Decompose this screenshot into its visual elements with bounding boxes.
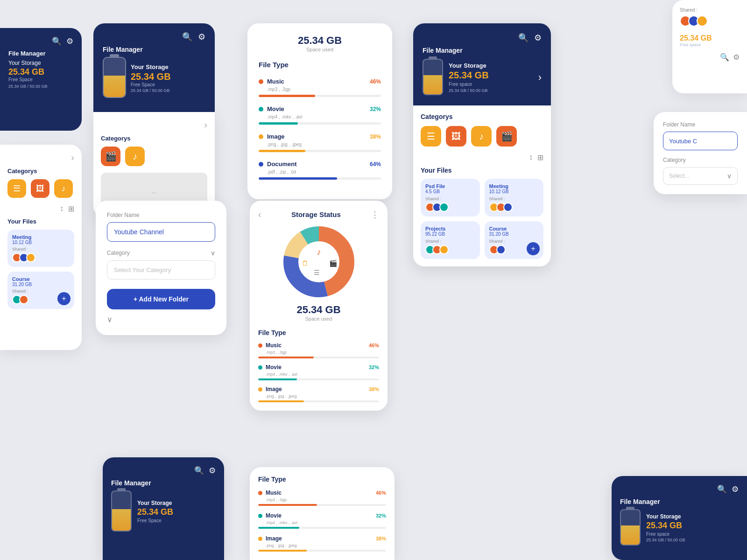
img-cat-cr[interactable]: 🖼 — [446, 126, 466, 147]
gear-icon-re[interactable]: ⚙ — [733, 53, 740, 62]
psd-file-folder[interactable]: Psd File 4.5 GB Shared : — [421, 179, 480, 217]
your-storage-c1: Your Storage — [131, 63, 171, 70]
search-icon-left[interactable]: 🔍 — [52, 36, 62, 46]
storage-status-gb: 25.34 GB — [258, 304, 379, 316]
your-storage-br: Your Storage — [646, 513, 685, 520]
grid-icon-left[interactable]: ⊞ — [68, 204, 74, 213]
free-br: Free space — [646, 532, 685, 537]
svg-text:🗒: 🗒 — [302, 259, 308, 267]
fm-title-br: File Manager — [620, 498, 739, 505]
space-used-gb: 25.34 GB — [259, 35, 381, 47]
course-name-cr: Course — [489, 226, 539, 231]
music-cat-cr[interactable]: ♪ — [471, 126, 492, 147]
video-cat-cr[interactable]: 🎬 — [496, 126, 517, 147]
grid-icon-cr[interactable]: ⊞ — [537, 153, 543, 162]
ft2-image: Image 38% .png , .jpg , .jpeg — [258, 386, 379, 402]
meeting-name-cr: Meeting — [489, 183, 539, 189]
img-cat-icon-left[interactable]: 🖼 — [31, 179, 49, 198]
psd-name: Psd File — [425, 183, 475, 189]
ft-image-pct: 38% — [370, 133, 381, 140]
free-label-left: Free Space — [8, 77, 48, 82]
ft-b-movie: Movie 32% .mp4 , .mkv , .avi — [258, 512, 386, 529]
course-folder-left[interactable]: Course 31.20 GB Shared : + — [7, 272, 74, 309]
category-select-placeholder[interactable]: Select Your Category — [107, 260, 215, 280]
usage-cr: 25.34 GB / 50.00 GB — [449, 88, 489, 93]
gear-icon-left[interactable]: ⚙ — [66, 36, 73, 46]
your-storage-bc: Your Storage — [137, 500, 173, 506]
music-cat-icon-left[interactable]: ♪ — [54, 179, 73, 198]
fn-cat-label-right: Category — [663, 157, 738, 163]
doc-cat-icon-left[interactable]: ☰ — [7, 179, 26, 198]
search-icon-bc[interactable]: 🔍 — [194, 466, 204, 476]
ft-music-exts: .mp3 , .3gp — [267, 87, 381, 92]
usage-c1: 25.34 GB / 50.00 GB — [131, 88, 171, 93]
free-bc: Free Space — [137, 518, 173, 523]
search-icon-cr[interactable]: 🔍 — [518, 33, 529, 43]
meeting-folder-left[interactable]: Meeting 10.12 GB Shared : — [7, 230, 74, 267]
ft-music-name: Music — [267, 78, 370, 85]
ft2-music: Music 46% .mp3 , .3gp — [258, 342, 379, 358]
arrow-right-c1[interactable]: › — [204, 119, 207, 130]
free-cr: Free space — [449, 82, 489, 87]
filetype-document: Document 64% .pdf , .zip , .txt — [259, 161, 381, 180]
your-files-cr: Your Files — [421, 167, 543, 174]
arrow-right-cr[interactable]: › — [538, 71, 542, 84]
arrow-right-icon-left[interactable]: › — [71, 152, 74, 163]
folder-name-input[interactable] — [107, 222, 215, 242]
add-folder-button[interactable]: + Add New Folder — [107, 289, 215, 309]
course-fab-left[interactable]: + — [57, 292, 70, 305]
your-storage-cr: Your Storage — [449, 62, 489, 69]
chevron-down-icon-bottom[interactable]: ∨ — [107, 315, 113, 324]
projects-name-cr: Projects — [425, 226, 475, 231]
back-icon[interactable]: ‹ — [258, 209, 261, 220]
storage-gb-cr: 25.34 GB — [449, 70, 489, 81]
music-cat-icon-c1[interactable]: ♪ — [125, 147, 145, 166]
meeting-size-cr: 10.12 GB — [489, 189, 539, 194]
search-icon-re[interactable]: 🔍 — [720, 53, 729, 62]
gear-icon-c1[interactable]: ⚙ — [198, 32, 205, 42]
storage-gb-br: 25.34 GB — [646, 521, 685, 531]
sort-icon-cr[interactable]: ↕ — [529, 153, 533, 162]
psd-shared: Shared : — [425, 196, 475, 201]
meeting-shared-left: Shared : — [12, 247, 70, 252]
video-cat-icon-c1[interactable]: 🎬 — [101, 147, 120, 166]
search-icon-c1[interactable]: 🔍 — [182, 32, 192, 42]
ft-movie-pct: 32% — [370, 106, 381, 112]
svg-text:🎬: 🎬 — [329, 259, 337, 267]
chevron-down-icon-cat: ∨ — [211, 249, 215, 257]
usage-left: 25.34 GB / 50.00 GB — [8, 84, 48, 89]
storage-gb-right-edge: 25.34 GB — [680, 34, 740, 42]
storage-gb-c1: 25.34 GB — [131, 71, 171, 82]
course-folder-cr[interactable]: Course 31.20 GB Shared : + — [485, 221, 544, 259]
fn-cat-placeholder-right[interactable]: Select... — [669, 173, 689, 179]
donut-chart: ♪ 🎬 ☰ 🗒 — [277, 224, 361, 299]
folder-name-label: Folder Name — [107, 212, 215, 218]
svg-text:☰: ☰ — [313, 269, 319, 276]
projects-folder-cr[interactable]: Projects 95.22 GB Shared : — [421, 221, 480, 259]
svg-text:♪: ♪ — [317, 247, 321, 257]
storage-status-title: Storage Status — [291, 210, 341, 218]
doc-cat-cr[interactable]: ☰ — [421, 126, 441, 147]
gear-icon-bc[interactable]: ⚙ — [209, 466, 216, 476]
ft-music-pct: 46% — [370, 78, 381, 85]
fm-title-c1: File Manager — [103, 46, 205, 53]
your-files-label-left: Your Files — [7, 218, 74, 225]
menu-dots-icon[interactable]: ⋮ — [371, 210, 379, 220]
chevron-down-icon-right: ∨ — [727, 172, 732, 180]
course-fab-cr[interactable]: + — [527, 242, 540, 255]
psd-size: 4.5 GB — [425, 189, 475, 194]
course-name-left: Course — [12, 276, 70, 282]
search-icon-br[interactable]: 🔍 — [717, 484, 727, 494]
fn-value-right[interactable]: Youtube C — [669, 138, 697, 145]
sort-icon-left[interactable]: ↕ — [60, 204, 63, 213]
meeting-shared-cr: Shared : — [489, 196, 539, 201]
ft-image-name: Image — [267, 133, 370, 140]
projects-shared-cr: Shared : — [425, 239, 475, 244]
gear-icon-br[interactable]: ⚙ — [732, 484, 739, 494]
meeting-folder-cr[interactable]: Meeting 10.12 GB Shared : — [485, 179, 544, 217]
meeting-size-left: 10.12 GB — [12, 240, 70, 245]
gear-icon-cr[interactable]: ⚙ — [534, 33, 542, 43]
fm-title-left: File Manager — [8, 50, 73, 57]
ft-doc-name: Document — [267, 161, 370, 168]
ft-doc-exts: .pdf , .zip , .txt — [267, 169, 381, 175]
